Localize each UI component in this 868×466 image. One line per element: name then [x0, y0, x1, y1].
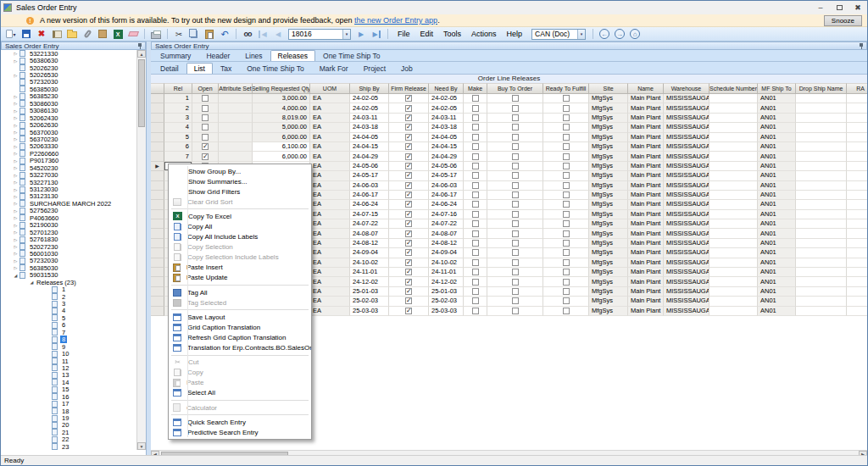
cell-name[interactable]: Main Plant — [628, 268, 664, 277]
cell-ship_by[interactable]: 24-12-02 — [350, 277, 389, 286]
checkbox-unchecked[interactable] — [472, 134, 479, 141]
cell-buy[interactable] — [487, 219, 543, 229]
checkbox-unchecked[interactable] — [472, 153, 479, 160]
cell-buy[interactable] — [487, 142, 543, 152]
column-header-ra[interactable]: RA — [847, 83, 867, 94]
cell-firm[interactable]: ✓ — [389, 258, 429, 268]
tab-summary[interactable]: Summary — [153, 50, 198, 61]
cell-need_by[interactable]: 24-04-29 — [429, 152, 464, 161]
cell-site[interactable]: MfgSys — [589, 162, 628, 171]
tree-item[interactable]: ▷P9017360 — [1, 158, 136, 164]
cell-rel[interactable]: 6 — [164, 142, 192, 152]
row-header[interactable] — [151, 210, 164, 219]
tree-collapsed-icon[interactable]: ▷ — [13, 158, 19, 164]
cell-name[interactable]: Main Plant — [628, 191, 664, 200]
cell-uom[interactable]: EA — [310, 200, 350, 209]
checkbox-unchecked[interactable] — [563, 163, 570, 169]
checkbox-unchecked[interactable] — [563, 308, 570, 314]
cell-sched[interactable] — [709, 239, 758, 248]
tree-item[interactable]: 52026230 — [1, 64, 136, 71]
cell-need_by[interactable]: 25-03-03 — [429, 307, 464, 316]
cell-attr[interactable] — [219, 103, 253, 113]
cell-site[interactable]: MfgSys — [589, 268, 628, 277]
cell-need_by[interactable]: 24-04-15 — [429, 142, 464, 152]
checkbox-unchecked[interactable] — [512, 240, 519, 247]
cell-ship_by[interactable]: 24-04-15 — [350, 142, 389, 152]
tab-releases[interactable]: Releases — [270, 50, 315, 61]
row-header[interactable] — [151, 142, 164, 152]
cell-firm[interactable]: ✓ — [389, 123, 429, 132]
checkbox-unchecked[interactable] — [563, 95, 570, 102]
context-menu-item-show-group-by-[interactable]: Show Group By... — [169, 166, 311, 176]
cell-need_by[interactable]: 24-05-06 — [429, 162, 464, 171]
cell-site[interactable]: MfgSys — [589, 123, 628, 132]
checkbox-unchecked[interactable] — [563, 220, 570, 227]
context-menu-item-save-layout[interactable]: Save Layout — [169, 312, 311, 322]
cell-mf[interactable]: AN01 — [758, 248, 796, 258]
paste-button[interactable] — [203, 28, 216, 40]
column-header-ship_by[interactable]: Ship By — [350, 83, 389, 94]
combo-dropdown-button[interactable]: ▾ — [577, 30, 585, 39]
cell-uom[interactable]: EA — [310, 123, 350, 132]
cell-ra[interactable] — [847, 103, 867, 113]
next-record-button[interactable]: ▶ — [354, 28, 368, 40]
tree-item[interactable]: ▷54520230 — [1, 164, 136, 171]
checkbox-unchecked[interactable] — [202, 114, 209, 121]
cell-uom[interactable]: EA — [310, 171, 350, 180]
cell-site[interactable]: MfgSys — [589, 248, 628, 258]
cell-mf[interactable]: AN01 — [758, 103, 796, 113]
cell-qty[interactable]: 4,000.00 — [253, 103, 310, 113]
cell-need_by[interactable]: 24-06-03 — [429, 181, 464, 191]
checkbox-unchecked[interactable] — [472, 269, 479, 275]
checkbox-checked[interactable]: ✓ — [405, 153, 412, 160]
cell-make[interactable] — [464, 123, 487, 132]
row-header[interactable] — [151, 200, 164, 209]
checkbox-unchecked[interactable] — [563, 172, 570, 179]
cell-warehouse[interactable]: MISSISSAUGA — [664, 248, 709, 258]
cell-site[interactable]: MfgSys — [589, 200, 628, 209]
undo-button[interactable]: ↶ — [218, 28, 231, 40]
column-header-attr[interactable]: Attribute Set — [219, 83, 253, 94]
tree-collapsed-icon[interactable]: ▷ — [13, 101, 19, 106]
checkbox-unchecked[interactable] — [512, 114, 519, 121]
cell-name[interactable]: Main Plant — [628, 248, 664, 258]
row-header-selected[interactable]: ▶ — [151, 162, 164, 171]
cell-make[interactable] — [464, 307, 487, 316]
attachment-button[interactable] — [81, 28, 94, 40]
row-header[interactable] — [151, 268, 164, 277]
cell-uom[interactable]: EA — [310, 307, 350, 316]
tree-collapsed-icon[interactable]: ▷ — [13, 180, 19, 185]
cell-name[interactable]: Main Plant — [628, 103, 664, 113]
column-header-firm[interactable]: Firm Release — [389, 83, 429, 94]
cell-need_by[interactable]: 24-08-12 — [429, 239, 464, 248]
tree-collapsed-icon[interactable]: ▷ — [13, 58, 19, 64]
cell-firm[interactable]: ✓ — [389, 210, 429, 219]
cell-sched[interactable] — [709, 191, 758, 200]
menu-help[interactable]: Help — [502, 27, 528, 41]
cell-qty[interactable]: 6,100.00 — [253, 142, 310, 152]
checkbox-checked[interactable]: ✓ — [405, 230, 412, 237]
tree-item[interactable]: ▷53086030 — [1, 100, 136, 107]
cell-uom[interactable]: EA — [310, 258, 350, 268]
cell-uom[interactable]: EA — [310, 248, 350, 258]
checkbox-checked[interactable]: ✓ — [405, 95, 412, 102]
search-button[interactable]: oo — [241, 28, 254, 40]
checkbox-checked[interactable]: ✓ — [405, 249, 412, 256]
cell-ready[interactable] — [543, 297, 589, 306]
cell-ship_by[interactable]: 24-05-17 — [350, 171, 389, 180]
cell-ship_by[interactable]: 25-03-03 — [350, 307, 389, 316]
checkbox-unchecked[interactable] — [202, 124, 209, 130]
cell-drop[interactable] — [796, 229, 847, 238]
cell-name[interactable]: Main Plant — [628, 133, 664, 142]
cell-firm[interactable]: ✓ — [389, 181, 429, 191]
tab-one-time-ship-to[interactable]: One Time Ship To — [315, 50, 387, 61]
cell-ship_by[interactable]: 24-08-07 — [350, 229, 389, 238]
tree-collapsed-icon[interactable]: ▷ — [13, 230, 19, 235]
cell-make[interactable] — [464, 248, 487, 258]
subtab-job[interactable]: Job — [393, 63, 420, 74]
tree-item[interactable]: 6 — [1, 322, 136, 329]
tree-item[interactable]: ▷56380630 — [1, 57, 136, 64]
cell-need_by[interactable]: 24-03-11 — [429, 114, 464, 123]
cell-warehouse[interactable]: MISSISSAUGA — [664, 114, 709, 123]
cell-firm[interactable]: ✓ — [389, 219, 429, 229]
